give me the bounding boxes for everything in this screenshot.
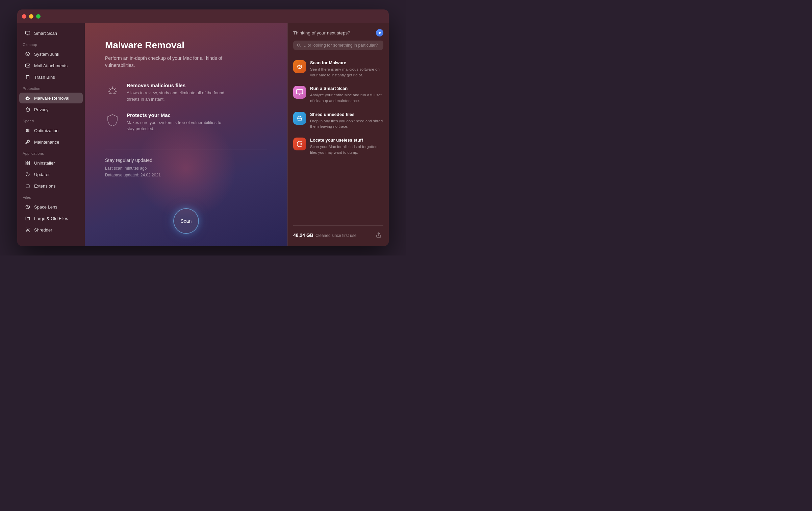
panel-item-text-scan-malware: Scan for Malware See if there is any mal… — [310, 60, 383, 78]
section-label-applications: Applications — [17, 148, 85, 157]
panel-item-shred-files[interactable]: Shred unneeded files Drop in any files y… — [293, 108, 383, 133]
sidebar-item-malware-removal[interactable]: Malware Removal — [19, 93, 83, 103]
sidebar-item-updater[interactable]: Updater — [19, 169, 83, 180]
panel-item-scan-malware[interactable]: Scan for Malware See if there is any mal… — [293, 56, 383, 82]
shield-feature-icon — [105, 112, 120, 127]
panel-item-smart-scan[interactable]: Run a Smart Scan Analyze your entire Mac… — [293, 82, 383, 107]
svg-point-22 — [379, 32, 381, 34]
sidebar-item-mail-attachments[interactable]: Mail Attachments — [19, 60, 83, 71]
page-subtitle: Perform an in-depth checkup of your Mac … — [105, 55, 233, 69]
monitor-icon — [25, 30, 31, 36]
feature-title: Removes malicious files — [127, 82, 228, 88]
stay-updated-title: Stay regularly updated: — [105, 157, 267, 163]
panel-item-text-shred-files: Shred unneeded files Drop in any files y… — [310, 112, 383, 129]
sidebar-item-label: Uninstaller — [34, 161, 55, 166]
share-button[interactable] — [374, 230, 383, 240]
sidebar-item-label: Space Lens — [34, 204, 57, 210]
panel-item-desc: Scan your Mac for all kinds of forgotten… — [310, 144, 383, 155]
panel-item-title: Locate your useless stuff — [310, 138, 383, 143]
section-label-cleanup: Cleanup — [17, 39, 85, 48]
panel-item-desc: Analyze your entire Mac and run a full s… — [310, 92, 383, 103]
sidebar-item-space-lens[interactable]: Space Lens — [19, 201, 83, 212]
sidebar-item-shredder[interactable]: Shredder — [19, 224, 83, 235]
feature-item-protects-mac: Protects your Mac Makes sure your system… — [105, 112, 267, 132]
main-content: Malware Removal Perform an in-depth chec… — [85, 23, 287, 246]
app-window: Smart Scan Cleanup System Junk — [17, 9, 389, 246]
title-bar — [17, 9, 389, 23]
panel-items: Scan for Malware See if there is any mal… — [293, 56, 383, 225]
section-divider — [105, 149, 267, 149]
refresh-icon — [25, 171, 31, 177]
last-scan-info: Last scan: minutes ago — [105, 165, 267, 172]
sidebar-item-label: System Junk — [34, 52, 59, 57]
search-placeholder: ...or looking for something in particula… — [304, 43, 378, 48]
scan-button-wrapper: Scan — [173, 208, 199, 234]
maximize-button[interactable] — [36, 14, 41, 19]
svg-rect-29 — [297, 117, 302, 118]
panel-dot-button[interactable] — [376, 29, 383, 36]
sidebar-item-label: Updater — [34, 172, 50, 177]
sidebar-item-maintenance[interactable]: Maintenance — [19, 137, 83, 147]
svg-marker-3 — [26, 52, 30, 55]
shred-icon — [293, 112, 306, 125]
panel-title: Thinking of your next steps? — [293, 30, 350, 35]
svg-point-11 — [28, 130, 29, 131]
window-body: Smart Scan Cleanup System Junk — [17, 23, 389, 246]
layers-icon — [25, 51, 31, 57]
panel-item-text-smart-scan: Run a Smart Scan Analyze your entire Mac… — [310, 86, 383, 103]
minimize-button[interactable] — [29, 14, 33, 19]
sidebar-item-label: Maintenance — [34, 140, 59, 145]
sidebar-item-label: Smart Scan — [34, 31, 57, 36]
bug-feature-icon — [105, 82, 120, 97]
panel-header: Thinking of your next steps? — [293, 29, 383, 36]
sidebar-item-label: Privacy — [34, 107, 49, 112]
section-label-speed: Speed — [17, 116, 85, 124]
mail-icon — [25, 63, 31, 69]
feature-item-removes-malicious: Removes malicious files Allows to review… — [105, 82, 267, 103]
scissors-icon — [25, 227, 31, 233]
sidebar-item-label: Optimization — [34, 128, 58, 133]
svg-point-6 — [27, 97, 29, 99]
folder-icon — [25, 215, 31, 221]
sidebar-item-uninstaller[interactable]: Uninstaller — [19, 157, 83, 168]
page-title: Malware Removal — [105, 40, 267, 51]
sidebar-item-smart-scan[interactable]: Smart Scan — [19, 28, 83, 39]
svg-rect-17 — [26, 185, 29, 188]
trash-icon — [25, 74, 31, 80]
search-bar[interactable]: ...or looking for something in particula… — [293, 41, 383, 50]
sidebar-item-label: Extensions — [34, 184, 56, 189]
sliders-icon — [25, 127, 31, 133]
cleaned-size: 48,24 GB — [293, 233, 313, 238]
scan-button[interactable]: Scan — [173, 208, 199, 234]
feature-title: Protects your Mac — [127, 112, 228, 118]
sidebar-item-privacy[interactable]: Privacy — [19, 104, 83, 115]
section-label-protection: Protection — [17, 83, 85, 92]
svg-point-23 — [298, 44, 300, 46]
sidebar: Smart Scan Cleanup System Junk — [17, 23, 85, 246]
close-button[interactable] — [22, 14, 26, 19]
svg-rect-14 — [28, 161, 30, 163]
sidebar-item-label: Mail Attachments — [34, 63, 68, 68]
panel-item-text-locate-stuff: Locate your useless stuff Scan your Mac … — [310, 138, 383, 155]
sidebar-item-label: Trash Bins — [34, 75, 55, 80]
svg-rect-0 — [26, 31, 30, 34]
svg-rect-13 — [26, 161, 27, 163]
panel-footer: 48,24 GB Cleaned since first use — [293, 225, 383, 240]
panel-item-locate-stuff[interactable]: Locate your useless stuff Scan your Mac … — [293, 133, 383, 159]
search-icon — [297, 43, 301, 48]
sidebar-item-label: Shredder — [34, 227, 52, 233]
svg-rect-16 — [28, 163, 30, 165]
panel-item-desc: See if there is any malicious software o… — [310, 67, 383, 78]
feature-desc: Makes sure your system is free of vulner… — [127, 120, 228, 132]
feature-text-protects-mac: Protects your Mac Makes sure your system… — [127, 112, 228, 132]
smart-scan-icon — [293, 86, 306, 99]
sidebar-item-system-junk[interactable]: System Junk — [19, 49, 83, 59]
feature-list: Removes malicious files Allows to review… — [105, 82, 267, 132]
hand-icon — [25, 106, 31, 113]
sidebar-item-optimization[interactable]: Optimization — [19, 125, 83, 136]
svg-rect-5 — [26, 76, 29, 79]
sidebar-item-large-old-files[interactable]: Large & Old Files — [19, 213, 83, 224]
sidebar-item-extensions[interactable]: Extensions — [19, 180, 83, 191]
circle-icon — [25, 204, 31, 210]
sidebar-item-trash-bins[interactable]: Trash Bins — [19, 72, 83, 82]
